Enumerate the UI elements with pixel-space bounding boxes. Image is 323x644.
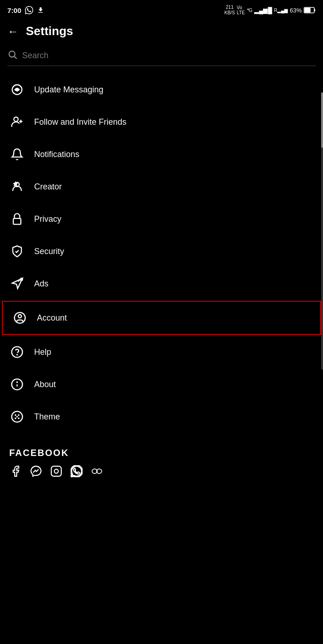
svg-point-3	[9, 51, 15, 57]
footer-social-icons	[9, 465, 314, 478]
info-icon	[9, 377, 25, 392]
menu-item-notifications[interactable]: Notifications	[0, 138, 323, 170]
menu-item-theme[interactable]: Theme	[0, 401, 323, 433]
messenger-footer-icon	[30, 465, 42, 478]
menu-label-notifications: Notifications	[34, 150, 79, 159]
status-bar: 7:00 211KB/S VoLTE ⁴G ▂▄▆█ R▂▄▆ 63%	[0, 0, 323, 18]
account-icon	[12, 310, 28, 326]
svg-line-4	[14, 56, 17, 59]
creator-icon	[9, 179, 25, 194]
svg-point-26	[18, 418, 20, 419]
svg-point-25	[15, 418, 17, 419]
footer: FACEBOOK	[0, 437, 323, 485]
scrollbar[interactable]	[321, 92, 323, 370]
whatsapp-footer-icon	[70, 465, 83, 478]
menu-label-about: About	[34, 380, 56, 389]
menu-label-theme: Theme	[34, 412, 60, 422]
menu-item-help[interactable]: Help	[0, 336, 323, 368]
download-status-icon	[37, 6, 44, 14]
search-icon	[7, 49, 18, 62]
menu-item-follow-invite[interactable]: Follow and Invite Friends	[0, 106, 323, 138]
svg-point-6	[16, 89, 18, 91]
svg-point-30	[59, 468, 59, 469]
shield-icon	[9, 243, 25, 259]
back-button[interactable]: ←	[7, 25, 18, 38]
menu-item-privacy[interactable]: Privacy	[0, 203, 323, 235]
network-type: ⁴G	[247, 7, 253, 13]
svg-point-27	[16, 416, 18, 418]
bell-icon	[9, 146, 25, 162]
svg-point-18	[17, 354, 17, 355]
oculus-footer-icon	[90, 465, 103, 478]
add-person-icon	[9, 114, 25, 130]
menu-label-follow-invite: Follow and Invite Friends	[34, 117, 126, 127]
settings-menu-list: Update Messaging Follow and Invite Frien…	[0, 73, 323, 433]
search-input[interactable]	[22, 51, 316, 61]
menu-label-security: Security	[34, 247, 64, 256]
svg-point-24	[18, 414, 20, 416]
svg-rect-1	[314, 9, 315, 12]
theme-icon	[9, 409, 25, 425]
svg-point-23	[15, 414, 17, 416]
status-time: 7:00	[7, 6, 44, 14]
menu-label-account: Account	[37, 313, 67, 323]
menu-item-ads[interactable]: Ads	[0, 267, 323, 300]
menu-item-creator[interactable]: Creator	[0, 170, 323, 203]
lock-icon	[9, 211, 25, 227]
svg-point-7	[14, 117, 18, 122]
status-right-area: 211KB/S VoLTE ⁴G ▂▄▆█ R▂▄▆ 63%	[224, 5, 316, 16]
menu-item-security[interactable]: Security	[0, 235, 323, 267]
menu-label-ads: Ads	[34, 279, 48, 289]
svg-rect-2	[305, 8, 311, 12]
menu-label-creator: Creator	[34, 182, 62, 192]
menu-item-about[interactable]: About	[0, 368, 323, 401]
menu-item-account[interactable]: Account	[2, 301, 321, 335]
whatsapp-status-icon	[25, 6, 33, 14]
menu-item-update-messaging[interactable]: Update Messaging	[0, 73, 323, 106]
ads-icon	[9, 276, 25, 292]
menu-label-help: Help	[34, 347, 51, 357]
svg-point-16	[18, 315, 22, 318]
instagram-footer-icon	[50, 465, 63, 478]
menu-label-privacy: Privacy	[34, 214, 61, 224]
search-bar[interactable]	[7, 49, 316, 66]
time-display: 7:00	[7, 6, 21, 14]
svg-rect-12	[13, 219, 21, 225]
battery-icon	[304, 7, 316, 13]
svg-point-29	[54, 469, 59, 474]
facebook-brand: FACEBOOK	[9, 448, 314, 458]
facebook-footer-icon	[9, 465, 22, 478]
signal-bars: ▂▄▆█	[254, 7, 272, 14]
page-title: Settings	[26, 24, 73, 38]
roaming-signal: R▂▄▆	[274, 8, 288, 13]
network-speed: 211KB/S	[224, 5, 235, 16]
help-icon	[9, 344, 25, 360]
vo-lte: VoLTE	[237, 5, 245, 15]
messaging-icon	[9, 82, 25, 97]
scrollbar-thumb[interactable]	[321, 92, 323, 148]
menu-label-update-messaging: Update Messaging	[34, 85, 103, 95]
page-header: ← Settings	[0, 18, 323, 46]
svg-rect-28	[51, 466, 61, 476]
battery-percent: 63%	[290, 7, 302, 14]
